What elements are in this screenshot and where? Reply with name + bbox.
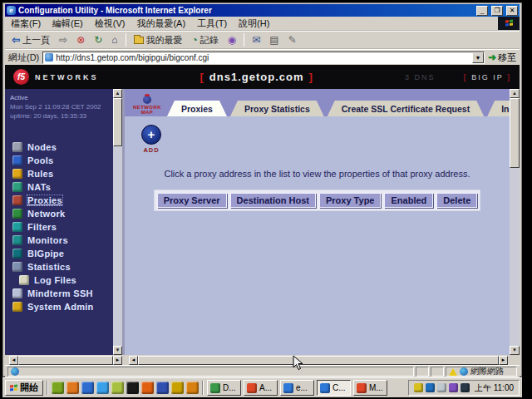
edit-button[interactable]: ✎	[284, 34, 301, 46]
menu-tools[interactable]: 工具(T)	[191, 17, 233, 31]
task-button-4-active[interactable]: C...	[317, 380, 351, 396]
scroll-left-icon[interactable]: ◄	[9, 356, 18, 365]
sidebar-item-bigpipe[interactable]: BIGpipe	[5, 247, 113, 260]
rules-icon	[12, 169, 22, 179]
scroll-right-icon[interactable]: ►	[499, 356, 508, 365]
mail-button[interactable]: ✉	[248, 34, 264, 46]
nodes-icon	[12, 142, 22, 152]
tray-icon-4[interactable]	[449, 383, 458, 392]
tab-proxy-statistics[interactable]: Proxy Statistics	[230, 101, 324, 116]
sidebar-item-log-files[interactable]: Log Files	[5, 273, 113, 287]
scrollbar-thumb[interactable]	[113, 98, 122, 146]
maximize-button[interactable]: ❐	[491, 6, 503, 16]
quicklaunch-icon-2[interactable]	[66, 382, 79, 394]
favorites-button[interactable]: 我的最愛	[130, 33, 187, 47]
start-button[interactable]: 開始	[5, 380, 43, 396]
history-button[interactable]: ◔記錄	[188, 33, 223, 47]
add-proxy-control[interactable]: + ADD	[136, 125, 166, 154]
address-input[interactable]: http://dns1.getop.com/bigipgui/bigconf.c…	[42, 52, 485, 64]
proxy-table-header: Proxy Server Destination Host Proxy Type…	[154, 190, 481, 211]
forward-button[interactable]: ⇨	[55, 34, 71, 46]
quicklaunch-icon-10[interactable]	[186, 382, 199, 394]
scrollbar-track[interactable]	[510, 168, 520, 346]
tab-install-ssl-certificate[interactable]: Install SSL Certifi	[487, 101, 510, 116]
sidebar-horizontal-scrollbar[interactable]: ◄ ►	[9, 356, 122, 365]
network-map-button[interactable]: NETWORK MAP	[127, 96, 167, 115]
main-vertical-scrollbar[interactable]: ▲ ▼	[510, 89, 520, 355]
scroll-down-icon[interactable]: ▼	[113, 346, 122, 355]
scroll-up-icon[interactable]: ▲	[113, 89, 122, 98]
sidebar-item-monitors[interactable]: Monitors	[5, 234, 113, 247]
menu-edit[interactable]: 編輯(E)	[47, 17, 89, 31]
sidebar-item-nats[interactable]: NATs	[5, 180, 113, 194]
screen: e Configuration Utility - Microsoft Inte…	[0, 0, 532, 399]
column-enabled[interactable]: Enabled	[384, 193, 433, 208]
close-button[interactable]: ✕	[506, 6, 518, 16]
link-bigip[interactable]: [ BIG IP ]	[464, 73, 511, 81]
home-button[interactable]: ⌂	[107, 34, 121, 46]
menu-favorites[interactable]: 我的最愛(A)	[131, 17, 191, 31]
sidebar-item-network[interactable]: Network	[5, 207, 113, 220]
column-proxy-server[interactable]: Proxy Server	[157, 193, 227, 208]
main-horizontal-scrollbar[interactable]: ◄ ►	[129, 356, 508, 365]
scrollbar-thumb[interactable]	[18, 356, 113, 365]
scroll-up-icon[interactable]: ▲	[510, 89, 520, 98]
task-button-5[interactable]: M...	[353, 380, 387, 396]
refresh-icon: ↻	[94, 35, 102, 45]
task-button-2[interactable]: A...	[244, 380, 278, 396]
tab-proxies[interactable]: Proxies	[167, 101, 227, 116]
column-proxy-type[interactable]: Proxy Type	[319, 193, 382, 208]
sidebar-vertical-scrollbar[interactable]: ▲ ▼	[113, 89, 122, 355]
scroll-right-icon[interactable]: ►	[113, 356, 122, 365]
scroll-left-icon[interactable]: ◄	[129, 356, 138, 365]
sidebar-item-system-admin[interactable]: System Admin	[5, 300, 113, 313]
tray-icon-2[interactable]	[426, 383, 435, 392]
sidebar-item-statistics[interactable]: Statistics	[5, 260, 113, 273]
sidebar-item-pools[interactable]: Pools	[5, 154, 113, 167]
sidebar-item-rules[interactable]: Rules	[5, 167, 113, 180]
quicklaunch-icon-5[interactable]	[111, 382, 124, 394]
sidebar-item-nodes[interactable]: Nodes	[5, 140, 113, 154]
stop-button[interactable]: ⊗	[72, 34, 89, 46]
menu-help[interactable]: 說明(H)	[233, 17, 275, 31]
scrollbar-thumb[interactable]	[510, 98, 520, 168]
quicklaunch-icon-1[interactable]	[52, 382, 64, 394]
tab-create-ssl-certificate-request[interactable]: Create SSL Certificate Request	[328, 101, 484, 116]
status-uptime: uptime: 20 days, 15:35:33	[10, 111, 113, 121]
menu-view[interactable]: 檢視(V)	[89, 17, 131, 31]
scrollbar-thumb[interactable]	[138, 356, 499, 365]
tray-icon-3[interactable]	[437, 383, 446, 392]
print-button[interactable]: ▤	[265, 34, 283, 46]
sidebar-item-proxies[interactable]: Proxies	[5, 194, 113, 207]
quicklaunch-icon-3[interactable]	[81, 382, 94, 394]
quicklaunch-icon-7[interactable]	[141, 382, 154, 394]
back-button[interactable]: ⇦上一頁	[7, 33, 54, 47]
host-text: dns1.getop.com	[204, 71, 309, 83]
sidebar-menu: Nodes Pools Rules NATs Proxies Network F…	[5, 140, 113, 313]
minimize-button[interactable]: _	[476, 6, 488, 16]
quicklaunch-icon-6[interactable]	[126, 382, 139, 394]
scrollbar-track[interactable]	[113, 146, 122, 346]
menu-file[interactable]: 檔案(F)	[5, 17, 47, 31]
media-button[interactable]: ◉	[224, 34, 240, 46]
quicklaunch-icon-9[interactable]	[171, 382, 184, 394]
quicklaunch-icon-8[interactable]	[156, 382, 169, 394]
tray-icon-1[interactable]	[414, 383, 423, 392]
task-button-3[interactable]: e...	[280, 380, 314, 396]
address-dropdown-button[interactable]: ▼	[472, 52, 484, 63]
add-plus-icon[interactable]: +	[141, 125, 161, 145]
sidebar-item-mindterm-ssh[interactable]: Mindterm SSH	[5, 287, 113, 300]
go-button[interactable]: ➜ 移至	[488, 52, 516, 64]
column-destination-host[interactable]: Destination Host	[230, 193, 316, 208]
column-delete[interactable]: Delete	[436, 193, 477, 208]
tray-icon-5[interactable]	[461, 383, 470, 392]
sidebar-item-filters[interactable]: Filters	[5, 220, 113, 234]
quicklaunch-icon-4[interactable]	[96, 382, 109, 394]
refresh-button[interactable]: ↻	[90, 34, 106, 46]
scroll-down-icon[interactable]: ▼	[510, 346, 520, 355]
f5-brand-text: NETWORKS	[35, 73, 99, 81]
task-button-1[interactable]: D...	[207, 380, 241, 396]
link-3dns[interactable]: 3 DNS	[405, 73, 436, 81]
forward-arrow-icon: ⇨	[59, 35, 67, 45]
media-icon: ◉	[228, 35, 236, 45]
